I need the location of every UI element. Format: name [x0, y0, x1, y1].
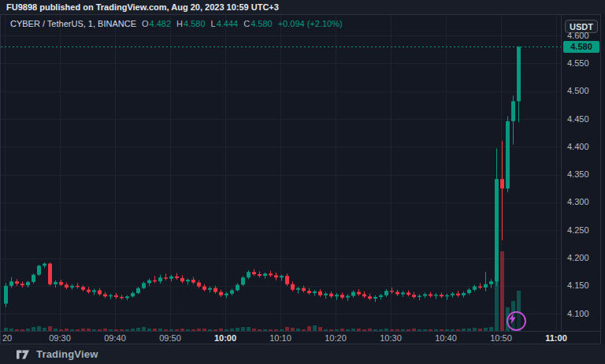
candle-body	[65, 284, 69, 288]
candle-body	[362, 294, 366, 296]
candle-body	[445, 295, 449, 296]
candle-body	[164, 277, 168, 278]
candle-body	[197, 283, 201, 287]
price-axis-label: 4.450	[567, 114, 589, 124]
price-axis-label: 4.500	[567, 86, 589, 96]
time-axis-label: 10:30	[380, 332, 402, 344]
candle-body	[186, 280, 190, 281]
time-axis-label: 10:20	[325, 332, 347, 344]
candle-body	[506, 121, 510, 188]
candle-body	[59, 282, 63, 285]
footer: TradingView	[0, 344, 605, 364]
candle-body	[202, 287, 206, 290]
time-axis-label: 20	[2, 332, 12, 344]
candle-body	[440, 295, 444, 296]
candle-body	[87, 290, 91, 292]
price-axis-label: 4.200	[567, 253, 589, 263]
candle-body	[263, 273, 267, 276]
candle-body	[318, 292, 322, 295]
candle-body	[252, 272, 256, 274]
candle-body	[241, 277, 245, 284]
candle-body	[180, 278, 184, 281]
candle-body	[175, 277, 179, 278]
candle-body	[291, 284, 295, 290]
time-axis-label: 09:50	[159, 332, 181, 344]
candle-body	[395, 292, 399, 295]
volume-bar	[313, 325, 317, 331]
candle-body	[37, 266, 41, 274]
time-axis-label: 10:40	[435, 332, 457, 344]
candle-body	[473, 287, 477, 290]
candle-body	[54, 282, 58, 284]
candle-body	[230, 290, 234, 293]
candle-body	[379, 295, 383, 297]
candle-body	[434, 295, 438, 295]
candle-body	[136, 288, 140, 293]
candle-body	[357, 292, 361, 295]
publish-bar: FU9898 published on TradingView.com, Aug…	[0, 0, 605, 14]
candle-body	[456, 294, 460, 295]
candle-body	[302, 288, 306, 292]
candle-body	[4, 286, 8, 304]
publish-info: FU9898 published on TradingView.com, Aug…	[6, 2, 279, 12]
candle-body	[495, 179, 499, 281]
flash-event-icon[interactable]	[507, 311, 526, 331]
candle-body	[70, 286, 74, 288]
price-axis-label: 4.100	[567, 309, 589, 319]
grid-layer	[1, 15, 561, 331]
candle-body	[451, 294, 455, 295]
candle-body	[142, 283, 146, 288]
candle-body	[511, 101, 515, 121]
candle-body	[280, 276, 284, 277]
price-axis-label: 4.400	[567, 142, 589, 152]
price-axis-label: 4.300	[567, 197, 589, 207]
candle-body	[81, 287, 85, 290]
time-axis-label: 10:10	[269, 332, 291, 344]
candle-body	[390, 291, 394, 292]
candle-body	[307, 291, 311, 293]
chart-pane[interactable]: CYBER / TetherUS, 1, BINANCE O4.482 H4.5…	[1, 15, 561, 331]
candle-body	[26, 282, 30, 285]
candle-body	[15, 281, 19, 284]
candle-body	[296, 288, 300, 290]
candle-body	[20, 284, 24, 285]
tradingview-logo-icon[interactable]	[16, 349, 30, 360]
tradingview-brand[interactable]: TradingView	[36, 348, 98, 360]
candle-body	[429, 294, 432, 295]
candle-body	[92, 290, 96, 292]
candle-body	[384, 291, 388, 295]
price-axis-label: 4.600	[567, 31, 589, 41]
time-axis-label: 10:00	[214, 332, 236, 344]
candle-body	[32, 275, 35, 282]
candle-body	[274, 275, 278, 277]
time-axis[interactable]: 2009:3009:4009:5010:0010:1010:2010:3010:…	[1, 331, 600, 344]
candle-body	[418, 296, 421, 297]
time-axis-label: 11:00	[545, 332, 567, 344]
candle-body	[147, 280, 151, 284]
candle-body	[373, 297, 377, 299]
price-axis-label: 4.550	[567, 58, 589, 69]
candle-body	[462, 293, 466, 295]
candle-body	[269, 273, 273, 275]
candle-body	[500, 179, 504, 188]
candle-body	[340, 295, 344, 298]
candle-body	[401, 292, 405, 294]
last-price-label: 4.580	[563, 41, 599, 53]
lightning-bolt-icon	[508, 313, 517, 325]
candles-layer	[4, 46, 521, 306]
candle-body	[236, 284, 239, 290]
candle-body	[412, 295, 416, 297]
candle-body	[43, 264, 46, 266]
candle-body	[114, 295, 118, 297]
candle-body	[109, 295, 113, 296]
chart-frame: CYBER / TetherUS, 1, BINANCE O4.482 H4.5…	[0, 14, 601, 344]
candle-body	[48, 264, 52, 284]
volume-bar	[500, 251, 504, 331]
candle-body	[213, 288, 217, 292]
price-axis[interactable]: USDT 4.6004.5504.5004.4504.4004.3504.300…	[561, 15, 600, 331]
candle-body	[478, 287, 482, 288]
candle-body	[120, 297, 124, 298]
candlestick-chart[interactable]	[1, 15, 561, 331]
candle-body	[467, 290, 471, 293]
price-axis-label: 4.250	[567, 225, 589, 236]
